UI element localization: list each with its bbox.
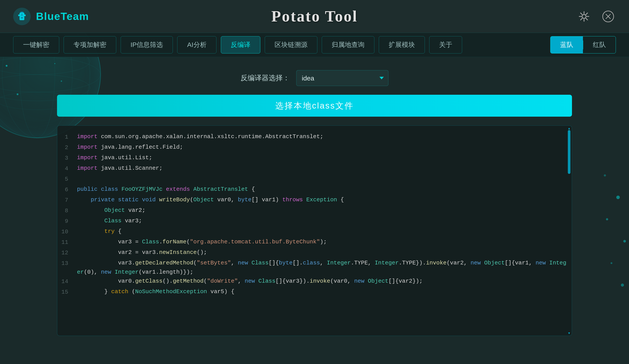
decompiler-dropdown[interactable]: idea jadx cfr procyon fernflower (296, 70, 388, 86)
svg-line-34 (581, 18, 582, 20)
titlebar-right (576, 9, 616, 24)
svg-rect-22 (20, 12, 23, 13)
decompiler-selector-row: 反编译器选择： idea jadx cfr procyon fernflower (57, 70, 572, 86)
tab-ip-filter[interactable]: IP信息筛选 (121, 36, 173, 53)
titlebar-left: BlueTeam (13, 8, 89, 25)
svg-point-26 (582, 14, 586, 18)
scroll-down-arrow[interactable]: ▼ (567, 331, 571, 335)
svg-line-31 (581, 13, 582, 14)
code-line-11: 11 var3 = Class.forName("org.apache.tomc… (57, 238, 567, 248)
code-line-14: 14 var0.getClass().getMethod("doWrite", … (57, 277, 567, 287)
red-team-button[interactable]: 红队 (583, 36, 616, 53)
titlebar: BlueTeam Potato Tool (0, 0, 629, 33)
tab-about[interactable]: 关于 (429, 36, 462, 53)
code-line-9: 9 Class var3; (57, 216, 567, 227)
scrollbar-thumb[interactable] (568, 130, 570, 174)
file-select-button[interactable]: 选择本地class文件 (57, 95, 572, 117)
code-scroll-area[interactable]: 1 import com.sun.org.apache.xalan.intern… (57, 126, 572, 336)
settings-icon (578, 11, 590, 22)
tab-special-crypto[interactable]: 专项加解密 (64, 36, 116, 53)
tab-decompile[interactable]: 反编译 (221, 36, 260, 53)
settings-button[interactable] (576, 9, 592, 24)
app-icon (13, 8, 31, 25)
code-editor: 1 import com.sun.org.apache.xalan.intern… (57, 125, 572, 336)
decompiler-label: 反编译器选择： (241, 73, 290, 83)
code-line-5: 5 (57, 174, 567, 185)
close-button[interactable] (601, 9, 616, 24)
code-line-1: 1 import com.sun.org.apache.xalan.intern… (57, 132, 567, 143)
code-line-8: 8 Object var2; (57, 206, 567, 216)
tab-extensions[interactable]: 扩展模块 (379, 36, 425, 53)
nav-tabs: 一键解密 专项加解密 IP信息筛选 AI分析 反编译 区块链溯源 归属地查询 扩… (13, 36, 462, 53)
code-line-3: 3 import java.util.List; (57, 153, 567, 164)
svg-line-32 (586, 18, 588, 20)
blue-team-button[interactable]: 蓝队 (550, 36, 583, 53)
navbar: 一键解密 专项加解密 IP信息筛选 AI分析 反编译 区块链溯源 归属地查询 扩… (0, 33, 629, 57)
team-switcher: 蓝队 红队 (550, 36, 616, 53)
tab-quick-decrypt[interactable]: 一键解密 (13, 36, 59, 53)
code-line-15: 15 } catch (NoSuchMethodException var5) … (57, 287, 567, 298)
tab-geo-lookup[interactable]: 归属地查询 (322, 36, 374, 53)
svg-point-25 (21, 14, 23, 16)
code-line-10: 10 try { (57, 227, 567, 238)
code-line-13: 13 var3.getDeclaredMethod("setBytes", ne… (57, 258, 567, 277)
svg-rect-24 (21, 17, 23, 18)
code-line-2: 2 import java.lang.reflect.Field; (57, 143, 567, 153)
scroll-up-arrow[interactable]: ▲ (567, 126, 571, 130)
code-line-4: 4 import java.util.Scanner; (57, 164, 567, 174)
code-line-6: 6 public class FooOYZFjMVJc extends Abst… (57, 185, 567, 195)
blueteam-icon-svg (16, 10, 28, 22)
code-line-12: 12 var2 = var3.newInstance(); (57, 248, 567, 258)
tab-ai-analysis[interactable]: AI分析 (177, 36, 216, 53)
svg-line-33 (586, 13, 588, 14)
tab-blockchain[interactable]: 区块链溯源 (265, 36, 317, 53)
main-content: 反编译器选择： idea jadx cfr procyon fernflower… (0, 57, 629, 349)
window-title: Potato Tool (271, 7, 358, 25)
app-name: BlueTeam (36, 10, 89, 22)
code-line-7: 7 private static void writeBody(Object v… (57, 195, 567, 206)
close-icon (602, 10, 614, 23)
